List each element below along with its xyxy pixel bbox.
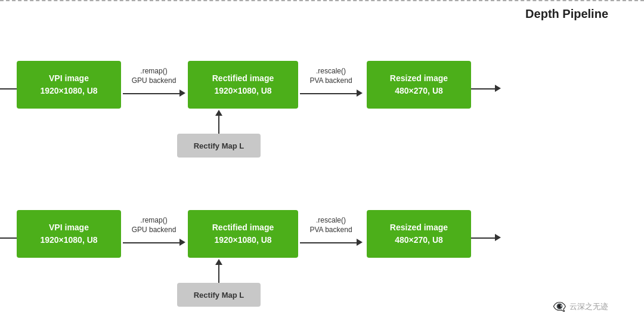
v-arrowhead-up-2 (215, 259, 222, 265)
v-arrowhead-up-1 (215, 110, 222, 116)
h-line-3 (123, 242, 179, 243)
entry-line-1 (0, 88, 17, 90)
entry-line-2 (0, 237, 17, 239)
arrow-group-4: .rescale() PVA backend (298, 216, 364, 248)
arrowhead-2 (357, 88, 363, 99)
rectified-box-2: Rectified image 1920×1080, U8 (188, 210, 298, 258)
h-line-2 (300, 93, 357, 94)
arrow-line-4 (300, 237, 363, 248)
watermark-icon: 👁‍🗨 (553, 300, 566, 313)
exit-arrowhead-1 (495, 84, 501, 94)
v-line-2 (218, 265, 219, 283)
page-title: Depth Pipeline (525, 7, 608, 21)
rectify-group-2: Rectify Map L (177, 259, 261, 307)
v-line-1 (218, 116, 219, 134)
exit-arrow-1 (471, 84, 501, 94)
exit-arrowhead-2 (495, 233, 501, 243)
v-arrow-2 (215, 259, 222, 283)
vpi-box-2: VPI image 1920×1080, U8 (17, 210, 121, 258)
h-line-4 (300, 242, 357, 243)
vpi-box-1: VPI image 1920×1080, U8 (17, 61, 121, 109)
h-line-1 (123, 93, 179, 94)
arrow-line-1 (123, 88, 185, 99)
arrowhead-3 (179, 237, 185, 248)
exit-line-2 (471, 237, 495, 239)
resized-box-1: Resized image 480×270, U8 (367, 61, 471, 109)
arrow-group-1: .remap() GPU backend (121, 67, 187, 99)
rectify-group-1: Rectify Map L (177, 110, 261, 158)
resized-box-2: Resized image 480×270, U8 (367, 210, 471, 258)
arrow-line-3 (123, 237, 185, 248)
rectified-box-1: Rectified image 1920×1080, U8 (188, 61, 298, 109)
arrow-group-3: .remap() GPU backend (121, 216, 187, 248)
page-container: Depth Pipeline VPI image 1920×1080, U8 .… (0, 0, 644, 324)
arrow-line-2 (300, 88, 363, 99)
exit-line-1 (471, 88, 495, 90)
arrowhead-1 (179, 88, 185, 99)
rectify-map-box-1: Rectify Map L (177, 134, 261, 158)
rectify-map-box-2: Rectify Map L (177, 283, 261, 307)
exit-arrow-2 (471, 233, 501, 243)
v-arrow-1 (215, 110, 222, 134)
arrowhead-4 (357, 237, 363, 248)
arrow-group-2: .rescale() PVA backend (298, 67, 364, 99)
watermark: 👁‍🗨 云深之无迹 (553, 300, 608, 313)
